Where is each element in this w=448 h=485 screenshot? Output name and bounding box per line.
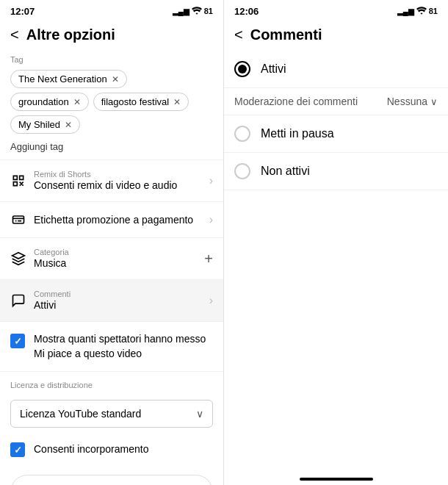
show-likes-item[interactable]: ✓ Mostra quanti spettatori hanno messo M…	[0, 321, 223, 372]
tag-label-groundation: groundation	[18, 96, 69, 107]
remix-icon	[10, 173, 26, 189]
tag-row-1: The Next Generation ✕	[10, 70, 213, 88]
menu-item-promo[interactable]: Etichetta promozione a pagamento ›	[0, 201, 223, 237]
left-wifi-icon	[192, 7, 202, 16]
tag-label-filagosto: filagosto festival	[101, 96, 170, 107]
remix-text: Remix di Shorts Consenti remix di video …	[34, 170, 202, 192]
embed-label: Consenti incorporamento	[34, 443, 148, 455]
menu-item-categoria[interactable]: Categoria Musica +	[0, 237, 223, 279]
left-page-title: Altre opzioni	[26, 26, 115, 43]
remix-sub-label: Remix di Shorts	[34, 170, 202, 179]
moderation-value-select[interactable]: Nessuna ∨	[387, 96, 438, 107]
moderation-chevron-icon: ∨	[430, 96, 438, 107]
tag-chip-groundation[interactable]: groundation ✕	[10, 93, 89, 111]
tag-row-3: My Shiled ✕	[10, 115, 213, 134]
checkmark-icon: ✓	[14, 336, 22, 347]
radio-pausa-circle	[234, 126, 250, 142]
promo-value: Etichetta promozione a pagamento	[34, 214, 193, 226]
radio-option-pausa[interactable]: Metti in pausa	[224, 115, 448, 153]
tag-chip-myshiled[interactable]: My Shiled ✕	[10, 115, 80, 134]
tag-label-myshiled: My Shiled	[18, 119, 60, 130]
radio-option-non-attivi[interactable]: Non attivi	[224, 153, 448, 190]
license-section-label: Licenza e distribuzione	[0, 376, 223, 392]
embed-checkmark-icon: ✓	[14, 445, 22, 456]
license-value: Licenza YouTube standard	[20, 408, 141, 420]
right-wifi-icon	[416, 7, 427, 16]
tags-section: The Next Generation ✕ groundation ✕ fila…	[0, 67, 223, 159]
promo-chevron-icon: ›	[209, 213, 213, 226]
tag-chip-filagosto[interactable]: filagosto festival ✕	[93, 93, 189, 111]
right-header: < Commenti	[224, 21, 448, 51]
right-status-bar: 12:06 ▂▄▆ 81	[224, 0, 448, 21]
tag-remove-groundation[interactable]: ✕	[73, 97, 81, 107]
tag-label-next-gen: The Next Generation	[18, 73, 107, 85]
tag-remove-myshiled[interactable]: ✕	[65, 120, 72, 130]
menu-item-commenti[interactable]: Commenti Attivi ›	[0, 279, 223, 321]
left-battery-icon: 81	[204, 7, 213, 15]
show-likes-checkbox[interactable]: ✓	[10, 334, 25, 348]
radio-attivi-label: Attivi	[261, 62, 286, 76]
right-home-indicator	[224, 473, 448, 485]
left-time: 12:07	[10, 6, 35, 17]
right-status-icons: ▂▄▆ 81	[397, 7, 438, 16]
left-signal-icon: ▂▄▆	[173, 7, 189, 15]
right-signal-icon: ▂▄▆	[397, 7, 414, 15]
license-select[interactable]: Licenza YouTube standard ∨	[10, 400, 213, 428]
left-status-bar: 12:07 ▂▄▆ 81	[0, 0, 223, 21]
tag-chip-next-gen[interactable]: The Next Generation ✕	[10, 70, 127, 88]
svg-rect-0	[13, 216, 24, 223]
moderation-value-text: Nessuna	[387, 96, 427, 107]
radio-non-attivi-label: Non attivi	[261, 165, 310, 178]
right-battery-icon: 81	[429, 7, 438, 15]
category-icon	[10, 251, 26, 267]
remix-chevron-icon: ›	[209, 174, 213, 187]
show-likes-label: Mostra quanti spettatori hanno messo Mi …	[34, 332, 213, 361]
comments-icon	[10, 292, 26, 309]
tag-section-label: Tag	[0, 51, 223, 67]
radio-option-attivi[interactable]: Attivi	[224, 51, 448, 88]
right-page-title: Commenti	[250, 26, 322, 43]
left-header: < Altre opzioni	[0, 21, 223, 51]
license-chevron-icon: ∨	[196, 408, 203, 420]
left-panel: 12:07 ▂▄▆ 81 < Altre opzioni Tag The Nex…	[0, 0, 224, 485]
moderation-row: Moderazione dei commenti Nessuna ∨	[224, 88, 448, 115]
left-content: Tag The Next Generation ✕ groundation ✕ …	[0, 51, 223, 485]
tag-remove-next-gen[interactable]: ✕	[112, 74, 119, 85]
commenti-text: Commenti Attivi	[34, 290, 202, 312]
radio-attivi-circle	[234, 61, 250, 77]
categoria-value: Musica	[34, 257, 66, 269]
categoria-plus-icon[interactable]: +	[204, 251, 213, 267]
delete-button[interactable]: Elimina da YouTube	[10, 475, 213, 485]
radio-pausa-label: Metti in pausa	[261, 127, 334, 140]
commenti-sub-label: Commenti	[34, 290, 202, 298]
commenti-value: Attivi	[34, 299, 56, 311]
license-section: Licenza YouTube standard ∨	[0, 392, 223, 432]
categoria-sub-label: Categoria	[34, 248, 197, 256]
tag-remove-filagosto[interactable]: ✕	[173, 97, 181, 107]
promo-icon	[10, 212, 26, 228]
right-back-button[interactable]: <	[234, 26, 243, 43]
left-status-icons: ▂▄▆ 81	[173, 7, 213, 16]
embed-checkbox[interactable]: ✓	[10, 442, 25, 457]
commenti-chevron-icon: ›	[209, 294, 213, 307]
radio-non-attivi-circle	[234, 163, 250, 179]
right-home-bar	[300, 478, 373, 481]
remix-value: Consenti remix di video e audio	[34, 179, 177, 191]
embed-item[interactable]: ✓ Consenti incorporamento	[0, 432, 223, 466]
promo-text: Etichetta promozione a pagamento	[34, 213, 202, 226]
left-back-button[interactable]: <	[10, 26, 19, 43]
moderation-label: Moderazione dei commenti	[234, 96, 358, 107]
right-time: 12:06	[234, 6, 259, 17]
right-panel: 12:06 ▂▄▆ 81 < Commenti Attivi Moderazio…	[224, 0, 448, 485]
categoria-text: Categoria Musica	[34, 248, 197, 270]
tag-row-2: groundation ✕ filagosto festival ✕	[10, 93, 213, 111]
add-tag-button[interactable]: Aggiungi tag	[10, 138, 213, 155]
menu-item-remix[interactable]: Remix di Shorts Consenti remix di video …	[0, 159, 223, 201]
